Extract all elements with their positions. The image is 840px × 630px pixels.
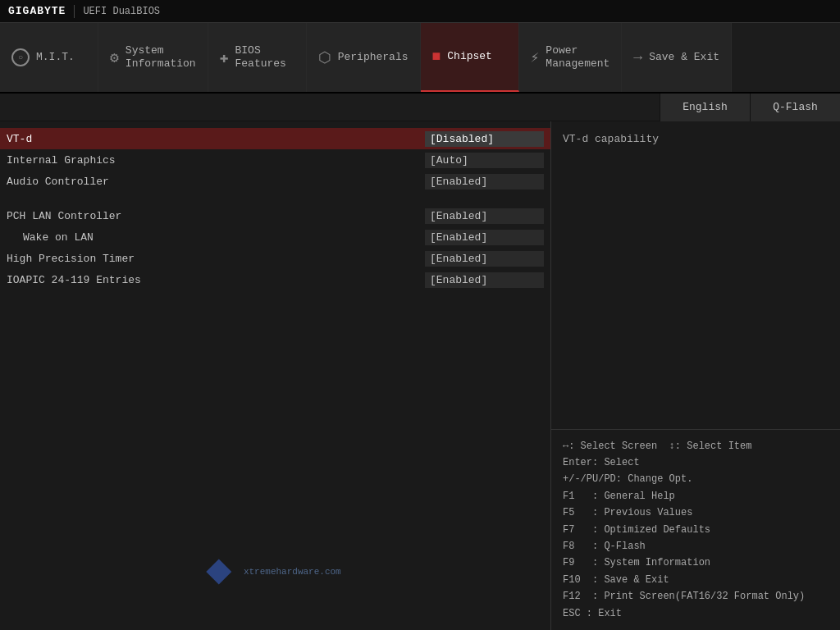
uefi-label: UEFI DualBIOS [83,6,160,17]
bios-row-ioapic[interactable]: IOAPIC 24-119 Entries[Enabled] [0,269,550,290]
row-value-internal-graphics: [Auto] [425,153,544,168]
left-panel: VT-d[Disabled]Internal Graphics[Auto]Aud… [0,121,551,630]
row-value-high-precision: [Enabled] [425,251,544,267]
keybinding-line-0: ↔: Select Screen ↕: Select Item [563,438,829,454]
bios-row-internal-graphics[interactable]: Internal Graphics[Auto] [0,149,550,171]
bios-row-high-precision[interactable]: High Precision Timer[Enabled] [0,248,550,269]
row-value-audio-controller: [Enabled] [425,174,544,189]
top-bar-divider [74,5,75,18]
main-content: VT-d[Disabled]Internal Graphics[Auto]Aud… [0,121,840,630]
keybinding-line-7: F9 : System Information [563,555,829,571]
bios-row-audio-controller[interactable]: Audio Controller[Enabled] [0,171,550,192]
row-label-ioapic: IOAPIC 24-119 Entries [7,274,425,286]
bios-row-pch-lan[interactable]: PCH LAN Controller[Enabled] [0,205,550,226]
tab-system-info-label: SystemInformation [126,44,196,70]
right-panel: VT-d capability ↔: Select Screen ↕: Sele… [551,121,840,630]
bios-row-wake-on-lan[interactable]: Wake on LAN[Enabled] [0,226,550,248]
keybinding-line-10: ESC : Exit [563,605,829,622]
row-label-high-precision: High Precision Timer [7,253,425,265]
tab-peripherals-label: Peripherals [338,51,409,64]
tab-chipset-label: Chipset [447,50,492,63]
row-label-audio-controller: Audio Controller [7,176,425,188]
row-value-ioapic: [Enabled] [425,272,544,288]
keybindings-area: ↔: Select Screen ↕: Select ItemEnter: Se… [551,430,840,630]
row-label-internal-graphics: Internal Graphics [7,154,425,167]
row-label-vt-d: VT-d [7,133,425,145]
tab-chipset[interactable]: ■ Chipset [421,23,519,92]
language-button[interactable]: English [660,94,750,121]
qflash-button[interactable]: Q-Flash [750,94,840,121]
bios-row-vt-d[interactable]: VT-d[Disabled] [0,128,550,149]
keybinding-line-5: F7 : Optimized Defaults [563,522,829,538]
tab-mit-label: M.I.T. [36,51,75,64]
save-exit-icon: → [633,49,642,66]
tab-power-mgmt-label: PowerManagement [546,44,609,70]
system-info-icon: ⚙ [110,48,119,66]
keybinding-line-8: F10 : Save & Exit [563,572,829,588]
keybinding-line-6: F8 : Q-Flash [563,538,829,555]
tab-bios-features[interactable]: ✚ BIOSFeatures [208,23,307,92]
tab-power-mgmt[interactable]: ⚡ PowerManagement [519,23,623,92]
mit-icon: ○ [11,48,30,66]
watermark: xtremehardware.com [209,563,340,581]
tab-bios-features-label: BIOSFeatures [235,44,286,70]
tab-peripherals[interactable]: ⬡ Peripherals [307,23,421,92]
row-value-vt-d: [Disabled] [425,131,544,147]
nav-bar: ○ M.I.T. ⚙ SystemInformation ✚ BIOSFeatu… [0,23,840,94]
power-icon: ⚡ [531,48,540,66]
gigabyte-logo: GIGABYTE [8,5,66,17]
tab-save-exit-label: Save & Exit [649,51,719,64]
peripherals-icon: ⬡ [318,48,331,66]
row-label-wake-on-lan: Wake on LAN [7,231,425,244]
keybinding-line-4: F5 : Previous Values [563,504,829,521]
bios-features-icon: ✚ [220,48,229,66]
keybinding-line-9: F12 : Print Screen(FAT16/32 Format Only) [563,588,829,605]
tab-system-info[interactable]: ⚙ SystemInformation [98,23,208,92]
spacer-row [0,192,550,205]
tab-save-exit[interactable]: → Save & Exit [622,23,732,92]
help-text-area: VT-d capability [551,121,840,430]
keybinding-line-1: Enter: Select [563,454,829,471]
keybinding-line-2: +/-/PU/PD: Change Opt. [563,471,829,487]
tab-mit[interactable]: ○ M.I.T. [0,23,98,92]
top-bar: GIGABYTE UEFI DualBIOS [0,0,840,23]
chipset-icon: ■ [432,48,441,65]
utility-bar: English Q-Flash [0,94,840,121]
help-text: VT-d capability [563,133,659,145]
watermark-text: xtremehardware.com [244,567,341,577]
row-value-wake-on-lan: [Enabled] [425,230,544,245]
row-value-pch-lan: [Enabled] [425,208,544,224]
row-label-pch-lan: PCH LAN Controller [7,210,425,222]
keybinding-line-3: F1 : General Help [563,488,829,504]
